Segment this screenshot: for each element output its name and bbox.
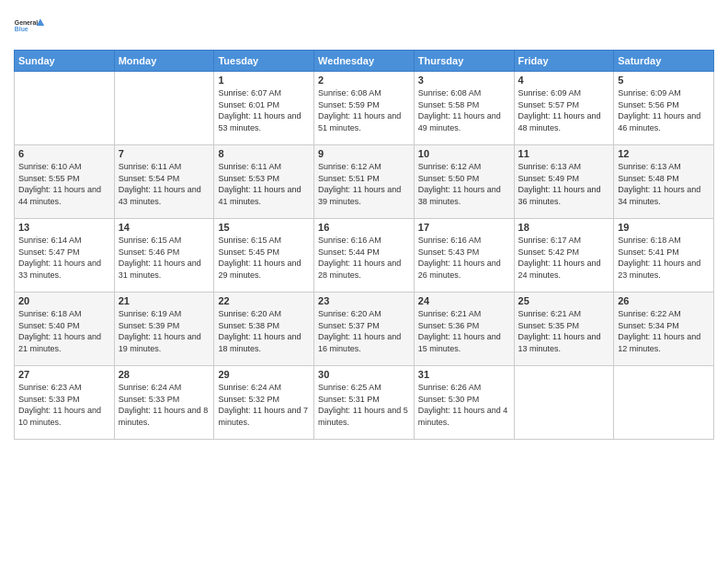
cell-info: Sunrise: 6:14 AMSunset: 5:47 PMDaylight:…	[18, 235, 110, 281]
calendar-cell: 24 Sunrise: 6:21 AMSunset: 5:36 PMDaylig…	[414, 293, 514, 366]
calendar-cell: 10 Sunrise: 6:12 AMSunset: 5:50 PMDaylig…	[414, 145, 514, 219]
col-header-thursday: Thursday	[414, 51, 514, 72]
calendar-cell: 11 Sunrise: 6:13 AMSunset: 5:49 PMDaylig…	[514, 145, 614, 219]
col-header-saturday: Saturday	[614, 51, 714, 72]
cell-info: Sunrise: 6:08 AMSunset: 5:59 PMDaylight:…	[318, 87, 410, 133]
cell-info: Sunrise: 6:09 AMSunset: 5:56 PMDaylight:…	[618, 87, 710, 133]
calendar-cell: 23 Sunrise: 6:20 AMSunset: 5:37 PMDaylig…	[314, 293, 415, 366]
cell-info: Sunrise: 6:16 AMSunset: 5:43 PMDaylight:…	[418, 235, 510, 281]
cell-info: Sunrise: 6:15 AMSunset: 5:45 PMDaylight:…	[218, 235, 310, 281]
calendar-cell: 22 Sunrise: 6:20 AMSunset: 5:38 PMDaylig…	[214, 293, 314, 366]
day-number: 14	[119, 222, 210, 233]
calendar-cell: 21 Sunrise: 6:19 AMSunset: 5:39 PMDaylig…	[114, 293, 214, 366]
cell-info: Sunrise: 6:23 AMSunset: 5:33 PMDaylight:…	[18, 382, 110, 428]
cell-info: Sunrise: 6:24 AMSunset: 5:33 PMDaylight:…	[119, 382, 210, 428]
calendar-page: General Blue SundayMondayTuesdayWednesda…	[0, 0, 728, 563]
calendar-cell	[514, 366, 614, 440]
day-number: 26	[618, 295, 710, 306]
cell-info: Sunrise: 6:09 AMSunset: 5:57 PMDaylight:…	[518, 87, 610, 133]
day-number: 5	[618, 75, 710, 86]
cell-info: Sunrise: 6:22 AMSunset: 5:34 PMDaylight:…	[618, 308, 710, 354]
calendar-table: SundayMondayTuesdayWednesdayThursdayFrid…	[14, 50, 714, 440]
day-number: 7	[119, 148, 210, 159]
calendar-cell: 7 Sunrise: 6:11 AMSunset: 5:54 PMDayligh…	[114, 145, 214, 219]
col-header-monday: Monday	[114, 51, 214, 72]
day-number: 28	[119, 369, 210, 380]
header: General Blue	[14, 9, 714, 42]
day-number: 4	[518, 75, 610, 86]
week-row-2: 6 Sunrise: 6:10 AMSunset: 5:55 PMDayligh…	[15, 145, 714, 219]
calendar-cell: 15 Sunrise: 6:15 AMSunset: 5:45 PMDaylig…	[214, 219, 314, 293]
calendar-cell: 19 Sunrise: 6:18 AMSunset: 5:41 PMDaylig…	[614, 219, 714, 293]
day-number: 15	[218, 222, 310, 233]
col-header-wednesday: Wednesday	[314, 51, 415, 72]
col-header-tuesday: Tuesday	[214, 51, 314, 72]
day-number: 10	[418, 148, 510, 159]
calendar-cell: 30 Sunrise: 6:25 AMSunset: 5:31 PMDaylig…	[314, 366, 415, 440]
day-number: 23	[318, 295, 410, 306]
calendar-cell: 27 Sunrise: 6:23 AMSunset: 5:33 PMDaylig…	[15, 366, 115, 440]
calendar-cell: 13 Sunrise: 6:14 AMSunset: 5:47 PMDaylig…	[15, 219, 115, 293]
cell-info: Sunrise: 6:24 AMSunset: 5:32 PMDaylight:…	[218, 382, 310, 428]
calendar-cell: 2 Sunrise: 6:08 AMSunset: 5:59 PMDayligh…	[314, 72, 415, 145]
cell-info: Sunrise: 6:10 AMSunset: 5:55 PMDaylight:…	[18, 161, 110, 207]
calendar-cell: 14 Sunrise: 6:15 AMSunset: 5:46 PMDaylig…	[114, 219, 214, 293]
day-number: 9	[318, 148, 410, 159]
day-number: 1	[218, 75, 310, 86]
cell-info: Sunrise: 6:17 AMSunset: 5:42 PMDaylight:…	[518, 235, 610, 281]
day-number: 18	[518, 222, 610, 233]
cell-info: Sunrise: 6:26 AMSunset: 5:30 PMDaylight:…	[418, 382, 510, 428]
calendar-cell: 12 Sunrise: 6:13 AMSunset: 5:48 PMDaylig…	[614, 145, 714, 219]
calendar-cell	[15, 72, 115, 145]
week-row-4: 20 Sunrise: 6:18 AMSunset: 5:40 PMDaylig…	[15, 293, 714, 366]
calendar-cell: 9 Sunrise: 6:12 AMSunset: 5:51 PMDayligh…	[314, 145, 415, 219]
day-number: 22	[218, 295, 310, 306]
day-number: 30	[318, 369, 410, 380]
day-number: 2	[318, 75, 410, 86]
svg-text:General: General	[15, 19, 38, 26]
day-number: 3	[418, 75, 510, 86]
week-row-1: 1 Sunrise: 6:07 AMSunset: 6:01 PMDayligh…	[15, 72, 714, 145]
day-number: 13	[18, 222, 110, 233]
cell-info: Sunrise: 6:20 AMSunset: 5:37 PMDaylight:…	[318, 308, 410, 354]
cell-info: Sunrise: 6:11 AMSunset: 5:54 PMDaylight:…	[119, 161, 210, 207]
day-number: 24	[418, 295, 510, 306]
day-number: 27	[18, 369, 110, 380]
day-number: 21	[119, 295, 210, 306]
calendar-cell: 25 Sunrise: 6:21 AMSunset: 5:35 PMDaylig…	[514, 293, 614, 366]
day-number: 17	[418, 222, 510, 233]
cell-info: Sunrise: 6:12 AMSunset: 5:50 PMDaylight:…	[418, 161, 510, 207]
calendar-cell	[114, 72, 214, 145]
calendar-cell	[614, 366, 714, 440]
calendar-cell: 5 Sunrise: 6:09 AMSunset: 5:56 PMDayligh…	[614, 72, 714, 145]
calendar-cell: 17 Sunrise: 6:16 AMSunset: 5:43 PMDaylig…	[414, 219, 514, 293]
calendar-cell: 18 Sunrise: 6:17 AMSunset: 5:42 PMDaylig…	[514, 219, 614, 293]
calendar-cell: 28 Sunrise: 6:24 AMSunset: 5:33 PMDaylig…	[114, 366, 214, 440]
cell-info: Sunrise: 6:21 AMSunset: 5:35 PMDaylight:…	[518, 308, 610, 354]
calendar-cell: 29 Sunrise: 6:24 AMSunset: 5:32 PMDaylig…	[214, 366, 314, 440]
cell-info: Sunrise: 6:13 AMSunset: 5:48 PMDaylight:…	[618, 161, 710, 207]
cell-info: Sunrise: 6:21 AMSunset: 5:36 PMDaylight:…	[418, 308, 510, 354]
week-row-3: 13 Sunrise: 6:14 AMSunset: 5:47 PMDaylig…	[15, 219, 714, 293]
calendar-cell: 3 Sunrise: 6:08 AMSunset: 5:58 PMDayligh…	[414, 72, 514, 145]
day-number: 19	[618, 222, 710, 233]
calendar-cell: 1 Sunrise: 6:07 AMSunset: 6:01 PMDayligh…	[214, 72, 314, 145]
calendar-cell: 16 Sunrise: 6:16 AMSunset: 5:44 PMDaylig…	[314, 219, 415, 293]
cell-info: Sunrise: 6:20 AMSunset: 5:38 PMDaylight:…	[218, 308, 310, 354]
day-number: 8	[218, 148, 310, 159]
day-number: 29	[218, 369, 310, 380]
cell-info: Sunrise: 6:08 AMSunset: 5:58 PMDaylight:…	[418, 87, 510, 133]
logo-svg: General Blue	[14, 9, 45, 42]
logo: General Blue	[14, 9, 45, 42]
calendar-cell: 8 Sunrise: 6:11 AMSunset: 5:53 PMDayligh…	[214, 145, 314, 219]
day-number: 25	[518, 295, 610, 306]
week-row-5: 27 Sunrise: 6:23 AMSunset: 5:33 PMDaylig…	[15, 366, 714, 440]
cell-info: Sunrise: 6:18 AMSunset: 5:41 PMDaylight:…	[618, 235, 710, 281]
cell-info: Sunrise: 6:07 AMSunset: 6:01 PMDaylight:…	[218, 87, 310, 133]
calendar-cell: 26 Sunrise: 6:22 AMSunset: 5:34 PMDaylig…	[614, 293, 714, 366]
day-number: 16	[318, 222, 410, 233]
calendar-cell: 4 Sunrise: 6:09 AMSunset: 5:57 PMDayligh…	[514, 72, 614, 145]
day-number: 11	[518, 148, 610, 159]
svg-text:Blue: Blue	[15, 26, 28, 32]
cell-info: Sunrise: 6:13 AMSunset: 5:49 PMDaylight:…	[518, 161, 610, 207]
